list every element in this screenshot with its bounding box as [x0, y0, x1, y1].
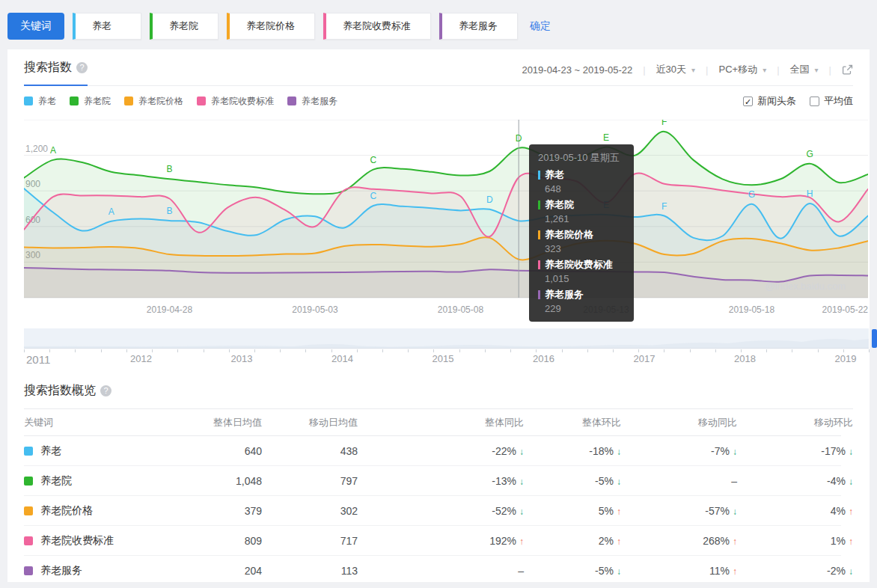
slider-tick: [24, 349, 25, 352]
x-axis-label: 2019-05-08: [438, 304, 484, 315]
change-cell: 268%↑: [621, 535, 737, 547]
slider-tick: [280, 349, 281, 352]
help-icon[interactable]: ?: [76, 62, 88, 73]
x-axis-label: 2019-05-18: [729, 304, 775, 315]
news-marker[interactable]: C: [370, 155, 376, 165]
table-row: 养老院价格379302-52%↓5%↑-57%↓4%↑: [24, 496, 841, 526]
checkbox-news-markers[interactable]: ✓新闻头条: [743, 94, 796, 108]
slider-year-label: 2017: [634, 353, 656, 364]
x-axis-label: 2019-04-28: [147, 304, 193, 315]
keyword-cell: 养老: [24, 444, 196, 458]
divider: |: [643, 64, 645, 76]
keyword-cell: 养老服务: [24, 564, 196, 578]
change-cell: -22%↓: [358, 445, 524, 457]
overview-header: 搜索指数概览 ?: [24, 383, 853, 399]
slider-tick: [587, 349, 588, 352]
change-cell: -2%↓: [737, 565, 853, 577]
keyword-button[interactable]: 关键词: [7, 13, 64, 40]
news-marker[interactable]: H: [807, 189, 813, 199]
slider-tick: [229, 349, 230, 352]
slider-year-label: 2012: [130, 353, 152, 364]
change-cell: 192%↑: [358, 535, 524, 547]
keyword-cell: 养老院价格: [24, 504, 196, 518]
slider-tick: [715, 349, 716, 352]
keyword-input-5[interactable]: 养老服务: [439, 13, 518, 40]
keyword-input-3[interactable]: 养老院价格: [227, 13, 315, 40]
keyword-cell: 养老院收费标准: [24, 534, 196, 548]
confirm-link[interactable]: 确定: [530, 19, 551, 33]
keyword-input-1[interactable]: 养老: [73, 13, 141, 40]
news-marker[interactable]: A: [109, 206, 114, 217]
overall-avg-value: 809: [196, 535, 262, 547]
table-header-row: 关键词整体日均值移动日均值整体同比整体环比移动同比移动环比: [24, 409, 841, 436]
slider-ticks: [24, 349, 869, 352]
slider-year-label: 2016: [533, 353, 554, 364]
region-dropdown[interactable]: 全国▾: [790, 63, 819, 76]
legend-item-2: 养老院: [70, 95, 111, 108]
slider-tick: [331, 349, 332, 352]
slider-tick: [204, 349, 204, 352]
news-marker[interactable]: B: [166, 164, 172, 174]
keyword-input-2[interactable]: 养老院: [150, 13, 219, 40]
slider-tick: [792, 349, 792, 352]
slider-track[interactable]: [24, 328, 869, 349]
chevron-down-icon: ▾: [763, 66, 766, 74]
column-header: 移动同比: [621, 416, 737, 429]
legend-label: 养老院收费标准: [211, 95, 274, 108]
news-marker[interactable]: D: [516, 133, 522, 144]
checkbox-average[interactable]: 平均值: [810, 94, 853, 108]
news-marker[interactable]: G: [807, 149, 813, 159]
slider-tick: [485, 349, 486, 352]
trend-chart[interactable]: 3006009001,2001,500ABCDEFGHABCDEFG2019-0…: [24, 120, 853, 319]
keyword-swatch: [24, 447, 33, 456]
device-dropdown[interactable]: PC+移动▾: [719, 63, 767, 76]
chevron-down-icon: ▾: [691, 66, 695, 74]
checkbox-icon: [810, 97, 819, 106]
slider-tick: [766, 349, 767, 352]
line-chart-svg[interactable]: 3006009001,2001,500ABCDEFGHABCDEFG2019-0…: [24, 120, 868, 317]
search-index-panel: 搜索指数 ? 2019-04-23 ~ 2019-05-22 | 近30天▾ |…: [7, 49, 870, 582]
tab-search-index[interactable]: 搜索指数 ?: [24, 60, 88, 86]
chart-canvas[interactable]: 3006009001,2001,500ABCDEFGHABCDEFG2019-0…: [24, 120, 853, 320]
overview-table: 关键词整体日均值移动日均值整体同比整体环比移动同比移动环比养老640438-22…: [24, 408, 853, 586]
slider-year-labels: 201120122013201420152016201720182019: [24, 353, 853, 367]
news-marker[interactable]: B: [166, 206, 172, 216]
export-icon[interactable]: [842, 64, 853, 76]
keyword-cell: 养老院: [24, 474, 196, 488]
help-icon[interactable]: ?: [100, 385, 111, 396]
table-row: 养老院收费标准809717192%↑2%↑268%↑1%↑: [24, 526, 841, 556]
slider-tick: [254, 349, 255, 352]
change-cell: -18%↓: [524, 445, 621, 457]
news-marker[interactable]: F: [661, 120, 667, 127]
change-cell: -5%↓: [524, 565, 621, 577]
column-header: 关键词: [24, 416, 196, 429]
panel-title: 搜索指数: [24, 60, 72, 76]
news-marker[interactable]: G: [748, 189, 755, 200]
change-cell: -7%↓: [621, 445, 737, 457]
keyword-input-4[interactable]: 养老院收费标准: [323, 13, 431, 40]
news-marker[interactable]: C: [370, 191, 376, 201]
arrow-up-icon: ↑: [849, 506, 853, 517]
change-cell: 2%↑: [524, 535, 621, 547]
slider-year-label: 2011: [26, 353, 50, 366]
slider-tick: [152, 349, 153, 352]
news-marker[interactable]: D: [486, 195, 493, 205]
news-marker[interactable]: F: [661, 201, 667, 212]
mobile-avg-value: 438: [262, 445, 358, 457]
column-header: 整体环比: [524, 416, 621, 429]
slider-tick: [536, 349, 537, 352]
news-marker[interactable]: A: [50, 145, 56, 156]
slider-tick: [562, 349, 563, 352]
keyword-name: 养老院价格: [40, 504, 93, 518]
table-row: 养老院1,048797-13%↓-5%↓–-4%↓: [24, 466, 841, 496]
change-cell: -57%↓: [621, 505, 737, 517]
overall-avg-value: 1,048: [196, 475, 262, 487]
range-dropdown[interactable]: 近30天▾: [656, 63, 696, 76]
slider-handle-left[interactable]: [872, 329, 877, 348]
slider-tick: [382, 349, 383, 352]
news-marker[interactable]: E: [603, 200, 609, 210]
keyword-swatch: [24, 477, 33, 486]
legend-label: 养老院价格: [138, 95, 183, 108]
news-marker[interactable]: E: [603, 132, 609, 143]
time-range-slider[interactable]: 201120122013201420152016201720182019: [24, 328, 853, 367]
